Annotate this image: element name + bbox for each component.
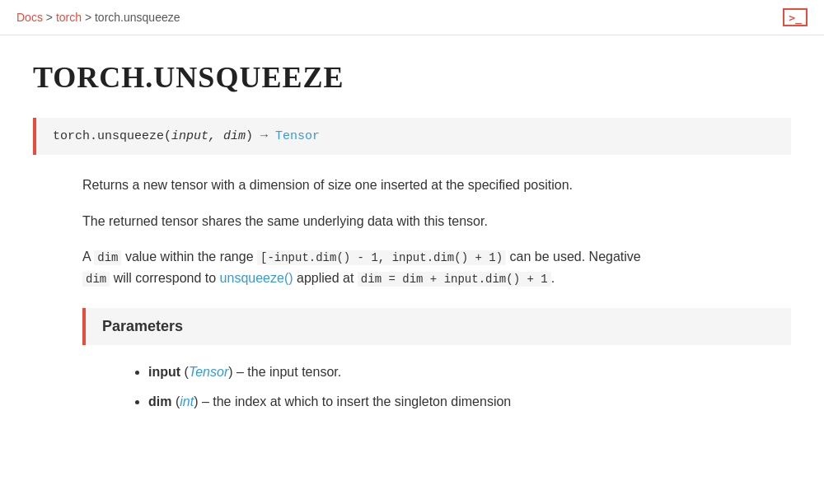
parameters-header: Parameters	[102, 318, 775, 335]
param-name-input: input	[148, 365, 180, 379]
unsqueeze-link[interactable]: unsqueeze()	[220, 271, 293, 285]
breadcrumb-docs[interactable]: Docs	[16, 11, 43, 24]
inline-formula: dim = dim + input.dim() + 1	[358, 272, 551, 287]
param-name-dim: dim	[148, 394, 171, 408]
page-title: TORCH.UNSQUEEZE	[33, 60, 791, 95]
breadcrumb: Docs > torch > torch.unsqueeze	[16, 11, 180, 24]
inline-period: .	[551, 271, 555, 285]
inline-range-code: [-input.dim() - 1, input.dim() + 1)	[257, 250, 506, 265]
breadcrumb-sep1: >	[43, 11, 56, 24]
inline-dim-code: dim	[94, 250, 121, 265]
param-type-dim[interactable]: int	[180, 394, 194, 408]
list-item: dim (int) – the index at which to insert…	[148, 391, 791, 413]
breadcrumb-current: torch.unsqueeze	[95, 11, 180, 24]
inline-prefix: A	[82, 250, 94, 264]
signature-fn: torch.unsqueeze	[53, 129, 164, 143]
signature-params: input, dim	[171, 129, 246, 143]
parameters-list: input (Tensor) – the input tensor. dim (…	[82, 362, 791, 412]
signature-open-paren: (	[164, 129, 171, 143]
list-item: input (Tensor) – the input tensor.	[148, 362, 791, 383]
description-p3: A dim value within the range [-input.dim…	[82, 246, 791, 288]
terminal-button[interactable]: >_	[783, 8, 808, 26]
description: Returns a new tensor with a dimension of…	[33, 175, 791, 413]
signature-return[interactable]: Tensor	[275, 129, 320, 143]
top-bar: Docs > torch > torch.unsqueeze >_	[0, 0, 824, 35]
inline-line2-suffix: applied at	[293, 271, 358, 285]
signature-close-paren: )	[246, 129, 253, 143]
parameters-section: Parameters input (Tensor) – the input te…	[82, 308, 791, 412]
breadcrumb-torch[interactable]: torch	[56, 11, 82, 24]
inline-line2-middle: will correspond to	[110, 271, 219, 285]
inline-suffix: can be used. Negative	[506, 250, 641, 264]
param-desc-input: – the input tensor.	[233, 365, 342, 379]
terminal-icon: >_	[789, 12, 802, 24]
param-type-input[interactable]: Tensor	[189, 365, 228, 379]
breadcrumb-sep2: >	[82, 11, 95, 24]
description-p1: Returns a new tensor with a dimension of…	[82, 175, 791, 196]
signature-block: torch.unsqueeze(input, dim) → Tensor	[33, 118, 791, 155]
description-p2: The returned tensor shares the same unde…	[82, 211, 791, 232]
inline-dim2: dim	[82, 272, 110, 287]
signature-arrow: →	[253, 129, 275, 143]
main-content: TORCH.UNSQUEEZE torch.unsqueeze(input, d…	[0, 35, 824, 446]
param-desc-dim: – the index at which to insert the singl…	[198, 394, 511, 408]
inline-middle: value within the range	[121, 250, 257, 264]
parameters-header-block: Parameters	[82, 308, 791, 345]
